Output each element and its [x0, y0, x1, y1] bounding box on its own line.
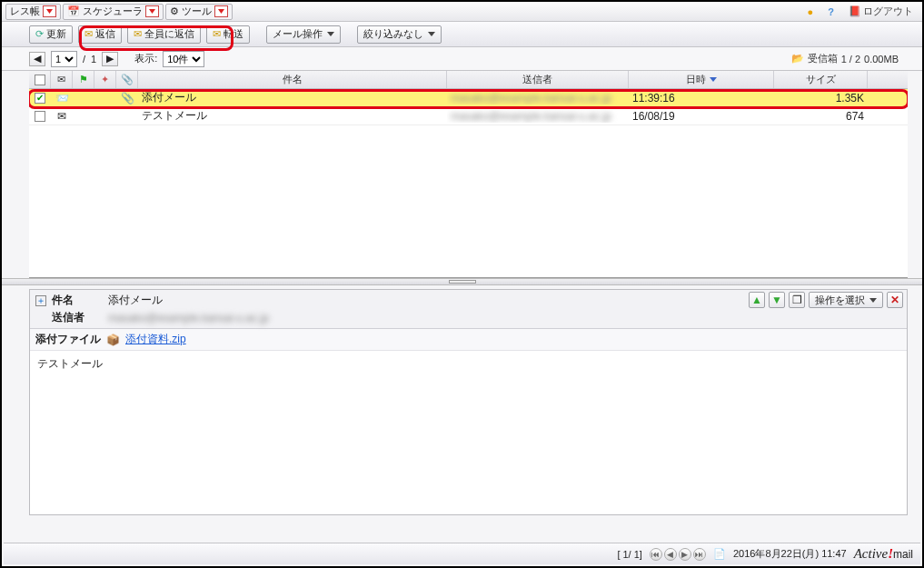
reply-icon: ✉: [84, 28, 93, 40]
zip-icon: 📦: [106, 334, 120, 346]
chevron-down-icon[interactable]: [214, 5, 228, 17]
per-page-select[interactable]: 10件: [163, 51, 204, 67]
folder-name: 受信箱: [808, 52, 838, 65]
row-sender: masako@example.kansai-u.ac.jp: [451, 92, 611, 105]
mail-list-header: ✉ ⚑ ✦ 📎 件名 送信者 日時 サイズ: [29, 71, 908, 89]
col-size[interactable]: サイズ: [774, 71, 868, 88]
expand-icon[interactable]: ＋: [35, 295, 46, 306]
star-icon: ✦: [101, 74, 109, 85]
detail-sender-label: 送信者: [52, 310, 103, 325]
detail-subject: 添付メール: [108, 293, 163, 308]
loading-icon: [902, 53, 915, 65]
mail-icon: ✉: [57, 74, 65, 85]
reply-button[interactable]: ✉ 返信: [78, 25, 122, 44]
footer-datetime: 2016年8月22日(月) 11:47: [733, 547, 847, 561]
footer-nav: ⏮ ◀ ▶ ⏭: [650, 548, 706, 561]
tab-addressbook[interactable]: レス帳: [5, 4, 61, 20]
next-page-button[interactable]: ▶: [102, 52, 118, 66]
calendar-icon: 📄: [713, 548, 726, 560]
row-size: 1.35K: [836, 92, 864, 105]
mail-detail: ＋ 件名 添付メール 送信者 masako@example.kansai-u.a…: [29, 289, 908, 515]
help-icon[interactable]: ?: [822, 5, 840, 18]
mail-row[interactable]: ✉ テストメール masako@example.kansai-u.ac.jp 1…: [29, 107, 908, 125]
col-date-label: 日時: [686, 73, 706, 86]
refresh-icon: ⟳: [35, 28, 44, 40]
close-icon: ✕: [890, 294, 899, 306]
app-tabstrip: レス帳 📅 スケジューラ ⚙ ツール ● ? 📕 ログアウト: [2, 2, 922, 22]
info-icon[interactable]: ●: [802, 5, 820, 18]
open-window-button[interactable]: ❐: [789, 292, 805, 308]
checkbox-all[interactable]: [35, 75, 45, 85]
row-date: 16/08/19: [632, 110, 675, 123]
page-select[interactable]: 1: [51, 51, 77, 67]
chevron-down-icon[interactable]: [43, 5, 56, 17]
move-up-button[interactable]: ▲: [749, 292, 765, 308]
prev-page-button[interactable]: ◀: [664, 548, 677, 561]
gear-icon: ⚙: [170, 5, 179, 17]
paging-bar: ◀ 1 / 1 ▶ 表示: 10件 📂 受信箱 1 / 2 0.00MB: [2, 47, 922, 71]
next-page-button[interactable]: ▶: [679, 548, 691, 561]
mail-list: ✉ ⚑ ✦ 📎 件名 送信者 日時 サイズ 📨 📎 添付メール masako@e…: [29, 71, 908, 278]
arrow-up-icon: ▲: [751, 294, 762, 306]
tab-scheduler[interactable]: 📅 スケジューラ: [63, 4, 164, 20]
move-down-button[interactable]: ▼: [769, 292, 785, 308]
col-subject[interactable]: 件名: [138, 71, 447, 88]
row-size: 674: [846, 110, 864, 123]
refresh-button[interactable]: ⟳ 更新: [29, 25, 73, 44]
row-sender: masako@example.kansai-u.ac.jp: [451, 110, 611, 123]
detail-ops-dropdown[interactable]: 操作を選択: [809, 292, 883, 308]
mail-body: テストメール: [30, 351, 907, 514]
tab-tools-label: ツール: [182, 5, 212, 18]
tab-addressbook-label: レス帳: [10, 5, 40, 18]
attachment-link[interactable]: 添付資料.zip: [125, 332, 186, 347]
tab-tools[interactable]: ⚙ ツール: [165, 4, 233, 20]
detail-ops-label: 操作を選択: [815, 294, 865, 307]
reply-all-button[interactable]: ✉ 全員に返信: [127, 25, 201, 44]
col-flag[interactable]: ⚑: [73, 71, 94, 88]
paperclip-icon: 📎: [121, 74, 134, 85]
forward-icon: ✉: [213, 28, 221, 40]
calendar-icon: 📅: [67, 5, 80, 17]
col-date[interactable]: 日時: [629, 71, 774, 88]
chevron-down-icon[interactable]: [145, 5, 159, 17]
brand-logo: Active!mail: [854, 546, 913, 562]
col-attach[interactable]: 📎: [116, 71, 138, 88]
detail-header: ＋ 件名 添付メール 送信者 masako@example.kansai-u.a…: [30, 290, 907, 329]
col-check[interactable]: [29, 71, 51, 88]
col-sender[interactable]: 送信者: [447, 71, 629, 88]
attachment-bar: 添付ファイル 📦 添付資料.zip: [30, 329, 907, 351]
row-subject: テストメール: [142, 108, 207, 124]
brand-b: mail: [893, 548, 913, 561]
first-page-button[interactable]: ⏮: [650, 548, 662, 561]
folder-info: 📂 受信箱 1 / 2 0.00MB: [791, 52, 915, 65]
close-detail-button[interactable]: ✕: [887, 292, 903, 308]
sort-desc-icon: [710, 77, 717, 82]
logout-button[interactable]: 📕 ログアウト: [843, 4, 919, 19]
split-handle[interactable]: [2, 278, 922, 285]
col-sender-label: 送信者: [522, 73, 552, 86]
paperclip-icon: 📎: [121, 92, 134, 105]
prev-page-button[interactable]: ◀: [29, 52, 45, 66]
flag-icon: ⚑: [79, 74, 88, 85]
folder-icon: 📂: [791, 53, 804, 65]
mail-row[interactable]: 📨 📎 添付メール masako@example.kansai-u.ac.jp …: [29, 89, 908, 107]
last-page-button[interactable]: ⏭: [693, 548, 706, 561]
window-icon: ❐: [792, 294, 802, 306]
refresh-label: 更新: [46, 27, 66, 41]
status-bar: [ 1/ 1] ⏮ ◀ ▶ ⏭ 📄 2016年8月22日(月) 11:47 Ac…: [4, 543, 920, 564]
mail-icon: ✉: [57, 110, 66, 123]
reply-label: 返信: [95, 27, 115, 41]
row-subject: 添付メール: [142, 90, 196, 105]
row-checkbox[interactable]: [35, 111, 45, 122]
forward-button[interactable]: ✉ 転送: [206, 25, 250, 44]
col-mail-icon[interactable]: ✉: [51, 71, 73, 88]
arrow-down-icon: ▼: [771, 294, 782, 306]
col-star[interactable]: ✦: [94, 71, 116, 88]
mail-ops-dropdown[interactable]: メール操作: [266, 25, 341, 44]
folder-counts: 1 / 2: [841, 54, 860, 65]
col-size-label: サイズ: [806, 73, 836, 86]
filter-dropdown[interactable]: 絞り込みなし: [357, 25, 442, 44]
folder-size: 0.00MB: [864, 54, 899, 65]
row-checkbox[interactable]: [35, 93, 45, 104]
tab-scheduler-label: スケジューラ: [83, 5, 143, 18]
